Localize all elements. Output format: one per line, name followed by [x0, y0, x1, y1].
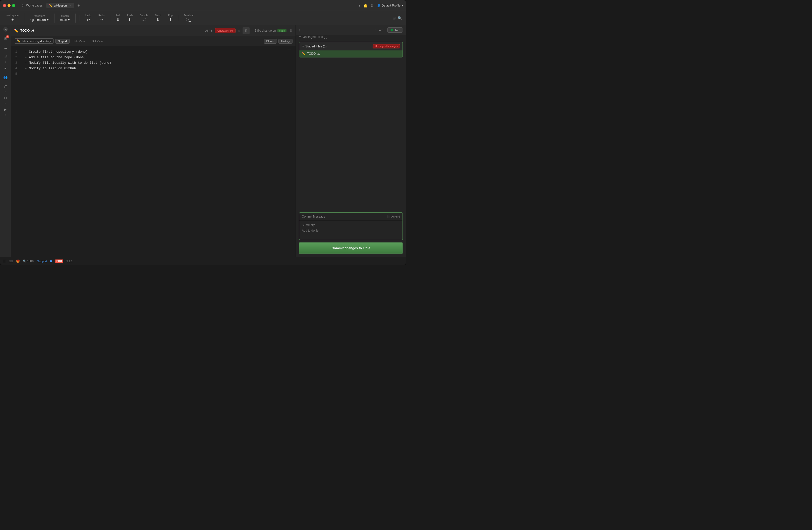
collapse-sidebar-button[interactable]: ◀ [3, 27, 8, 32]
main-area: ◀ 🖥 1 ☁ ⎇ 0 ● [0, 25, 406, 257]
tab-bar: 🗂 Workspaces ✏️ git-lesson ✕ + [19, 2, 357, 9]
version-label: 9.1.1 [66, 260, 72, 263]
support-link[interactable]: Support [37, 260, 47, 263]
actions-label: 0 [5, 114, 6, 116]
path-button[interactable]: ≡ Path [372, 27, 386, 33]
profile-button[interactable]: 👤 Default Profile ▾ [377, 4, 403, 7]
description-input[interactable] [302, 229, 400, 236]
staged-chevron-icon: ▼ [302, 45, 304, 48]
tab-workspaces[interactable]: 🗂 Workspaces [19, 3, 45, 8]
unstage-all-button[interactable]: Unstage all changes [373, 44, 400, 48]
cloud-icon[interactable]: ☁ [1, 44, 10, 52]
undo-button[interactable]: Undo ↩ [83, 13, 94, 23]
tags-group: 🏷 0 [1, 82, 10, 93]
push-button[interactable]: Push ⬆ [124, 13, 135, 23]
branch-selector[interactable]: branch main ▾ [58, 14, 72, 23]
download-icon[interactable]: ⬇ [290, 29, 292, 33]
commits-label: 0 [5, 61, 6, 63]
tags-icon[interactable]: 🏷 [1, 82, 10, 90]
pop-button[interactable]: Pop ⬆ [166, 13, 175, 23]
branch-btn-label: Branch [140, 14, 148, 17]
code-editor[interactable]: ——— 1 - Create first repository (done) 2… [11, 46, 295, 257]
keyboard-icon[interactable]: ⌨ [9, 260, 13, 263]
cloud-sync-icon: ☁ [4, 46, 7, 50]
terminal-button[interactable]: Terminal >_ [181, 13, 196, 23]
pull-button[interactable]: Pull ⬇ [113, 13, 122, 23]
status-bar: ☰ ⌨ 🎁 🔍 130% Support PRO 9.1.1 [0, 257, 406, 265]
history-button[interactable]: History [278, 39, 292, 44]
workspace-button[interactable]: workspace + [4, 13, 21, 23]
staged-tab[interactable]: Staged [55, 39, 70, 44]
line-content-1: - Create first repository (done) [21, 49, 295, 55]
stash-side-icon[interactable]: ⊡ [1, 94, 10, 102]
team-icon[interactable]: 👥 [1, 73, 10, 81]
notification-icon[interactable]: 🔔 [363, 3, 367, 8]
list-icon[interactable]: ☰ [3, 260, 6, 263]
branch-button[interactable]: Branch ⎇ [137, 13, 150, 23]
actions-icon[interactable]: ▶ [1, 105, 10, 114]
staged-section-header: ▼ Staged Files (1) Unstage all changes [299, 42, 403, 50]
unstage-file-button[interactable]: Unstage File [215, 28, 236, 33]
toolbar-separator-3 [178, 15, 178, 21]
file-close-icon[interactable]: ✕ [237, 29, 241, 33]
line-number-5: 5 [11, 71, 21, 77]
editor-area: ✏️ TODO.txt UTF-8 Unstage File ✕ 🗑 1 fil… [11, 25, 295, 257]
repository-button[interactable]: repository › git-lesson ▾ [27, 14, 51, 23]
unstaged-section-header[interactable]: ▼ Unstaged Files (0) [299, 35, 403, 39]
staged-file-item[interactable]: ✏️ TODO.txt [299, 50, 403, 57]
amend-checkbox[interactable] [387, 215, 390, 218]
stash-side-group: ⊡ 0 [1, 94, 10, 104]
terminal-label: Terminal [184, 14, 193, 17]
stash-button[interactable]: Stash ⬇ [152, 13, 164, 23]
github-icon[interactable]: ● [1, 64, 10, 72]
folder-icon: 🗂 [21, 4, 25, 7]
edit-working-label: Edit in working directory [21, 40, 51, 43]
summary-input[interactable] [302, 223, 400, 227]
tree-button[interactable]: 🌲 Tree [388, 27, 403, 33]
diff-view-tab[interactable]: Diff View [89, 39, 105, 44]
split-icon[interactable]: ⊞ [393, 16, 396, 20]
file-name-label: TODO.txt [20, 29, 203, 32]
blame-button[interactable]: Blame [264, 39, 277, 44]
commit-icon: ⎇ [3, 55, 8, 59]
editor-toolbar-right: Blame History [264, 39, 292, 44]
code-line-4: 4 - Modify to list on GitHub [11, 66, 295, 71]
gear-icon[interactable]: ⚙ [371, 3, 374, 8]
profile-icon: 👤 [377, 4, 381, 7]
commits-icon[interactable]: ⎇ [1, 53, 10, 61]
branch-group: branch main ▾ [58, 14, 76, 23]
amend-checkbox-area[interactable]: Amend [387, 215, 400, 218]
close-button[interactable] [3, 4, 6, 7]
undo-label: Undo [85, 14, 91, 17]
branch-icon: ⎇ [141, 17, 146, 22]
minimize-button[interactable] [8, 4, 11, 7]
search-icon[interactable]: 🔍 [398, 16, 402, 20]
pro-badge: PRO [55, 260, 63, 263]
edit-working-directory-button[interactable]: ✏️ Edit in working directory [14, 39, 54, 44]
file-view-tab[interactable]: File View [71, 39, 88, 44]
commit-button[interactable]: Commit changes to 1 file [299, 243, 403, 253]
commit-message-section: Commit Message Amend [299, 212, 403, 240]
delete-file-button[interactable]: 🗑 [243, 27, 250, 34]
tab-close-icon[interactable]: ✕ [68, 4, 72, 7]
chevron-down-icon[interactable]: ▾ [359, 3, 360, 8]
right-toolbar: ↕ ≡ Path 🌲 Tree [296, 25, 406, 35]
tab-git-lesson[interactable]: ✏️ git-lesson ✕ [46, 3, 74, 8]
sort-icon[interactable]: ↕ [299, 28, 301, 32]
unstaged-section-title: Unstaged Files (0) [303, 35, 328, 39]
git-lesson-tab-label: git-lesson [54, 4, 67, 7]
branch-badge: main [277, 29, 287, 32]
code-line-3: 3 - Modify file locally with to do list … [11, 60, 295, 66]
add-tab-button[interactable]: + [75, 2, 82, 9]
terminal-icon: >_ [186, 17, 191, 22]
redo-button[interactable]: Redo ↪ [96, 13, 107, 23]
traffic-lights [3, 4, 15, 7]
play-icon: ▶ [4, 107, 7, 112]
source-control-icon[interactable]: 🖥 1 [1, 35, 10, 43]
branch-dropdown-icon: ▾ [68, 18, 70, 21]
amend-label: Amend [391, 215, 400, 218]
gift-icon[interactable]: 🎁 [16, 260, 20, 263]
maximize-button[interactable] [12, 4, 15, 7]
workspaces-tab-label: Workspaces [26, 4, 43, 7]
branch-label: branch [61, 15, 69, 17]
